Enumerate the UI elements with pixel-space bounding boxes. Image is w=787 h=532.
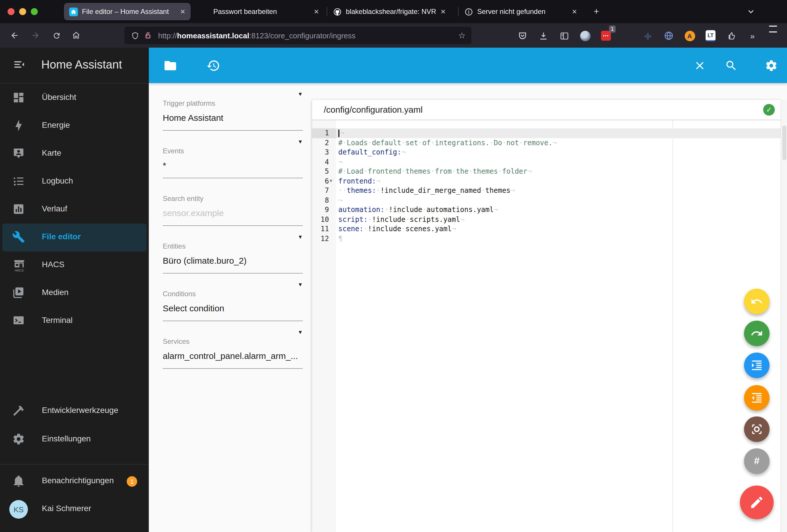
code-line-12[interactable]: 12¶ [312, 234, 781, 243]
password-manager-badge: 1 [609, 26, 616, 32]
tab-close-icon[interactable]: ✕ [314, 8, 319, 15]
dropdown-caret-icon[interactable]: ▼ [298, 91, 303, 97]
field-select[interactable]: Select condition [163, 303, 303, 315]
field-select[interactable]: * [163, 160, 303, 172]
field-input[interactable]: sensor.example [163, 208, 303, 220]
history-icon[interactable] [206, 58, 221, 73]
cog-icon [12, 433, 25, 445]
home-button[interactable] [69, 28, 84, 43]
app-menu-icon[interactable] [766, 28, 781, 43]
sidebar-item-energie[interactable]: Energie [0, 112, 149, 140]
list-all-tabs-button[interactable] [744, 5, 758, 19]
browse-files-icon[interactable] [163, 58, 178, 73]
code-line-8[interactable]: 8¬ [312, 195, 781, 205]
sidebar-item-label: Übersicht [42, 92, 76, 102]
like-addon-icon[interactable] [724, 28, 739, 43]
zoom-window-button[interactable] [31, 8, 38, 15]
sidebar-item-hacs[interactable]: HACSHACS [0, 251, 149, 279]
sidebar-divider [0, 464, 149, 465]
code-line-9[interactable]: 9automation:·!include·automations.yaml¬ [312, 205, 781, 215]
code-line-5[interactable]: 5#·Load·frontend·themes·from·the·themes·… [312, 167, 781, 176]
map-marker-account-icon [12, 147, 25, 160]
undo-button[interactable] [744, 289, 770, 314]
home-assistant-favicon [69, 7, 78, 16]
translate-icon[interactable]: A [682, 28, 697, 43]
tracking-protection-shield-icon[interactable] [131, 31, 139, 40]
goto-line-button[interactable]: # [744, 448, 770, 474]
sidebar-item-einstellungen[interactable]: Einstellungen [0, 426, 149, 453]
field-select[interactable]: Home Assistant [163, 113, 303, 124]
code-editor[interactable]: 1¬2#·Loads·default·set·of·integrations.·… [312, 120, 781, 532]
outdent-button[interactable] [744, 385, 770, 411]
info-favicon [464, 7, 473, 16]
edit-button[interactable] [740, 486, 774, 519]
password-manager-icon[interactable]: •••1 [599, 28, 613, 43]
field-select[interactable]: Büro (climate.buro_2) [163, 256, 303, 267]
tab-title: File editor – Home Assistant [82, 7, 177, 16]
dropdown-caret-icon[interactable]: ▼ [298, 139, 303, 145]
sidebar-item-terminal[interactable]: Terminal [0, 307, 149, 335]
minimize-window-button[interactable] [19, 8, 26, 15]
sidebar-item-notifications[interactable]: Benachrichtigungen1 [0, 468, 149, 495]
sidebar-item-user-profile[interactable]: KSKai Schmerer [0, 495, 149, 523]
sidebars-icon[interactable] [557, 28, 571, 43]
window-controls [7, 8, 38, 15]
insecure-connection-lock-icon[interactable] [144, 31, 152, 40]
browser-tab[interactable]: blakeblackshear/frigate: NVR wi✕ [328, 3, 451, 20]
code-line-3[interactable]: 3default_config:¬ [312, 148, 781, 157]
editor-vertical-scrollbar[interactable] [781, 100, 787, 532]
browser-tab[interactable]: Server nicht gefunden✕ [459, 3, 582, 20]
tab-close-icon[interactable]: ✕ [572, 8, 577, 15]
saved-check-icon: ✓ [763, 104, 775, 116]
close-file-icon[interactable] [692, 58, 707, 73]
sidebar-item-logbuch[interactable]: Logbuch [0, 168, 149, 196]
reload-button[interactable] [49, 28, 64, 43]
url-bar[interactable]: http://homeassistant.local:8123/core_con… [124, 27, 471, 44]
back-button[interactable] [7, 28, 22, 43]
format-list-icon [12, 175, 25, 187]
indent-button[interactable] [744, 353, 770, 378]
tab-close-icon[interactable]: ✕ [441, 8, 446, 15]
code-line-2[interactable]: 2#·Loads·default·set·of·integrations.·Do… [312, 138, 781, 148]
sidebar-toggle-icon[interactable] [13, 58, 26, 71]
download-icon[interactable] [536, 28, 550, 43]
code-line-1[interactable]: 1¬ [312, 128, 781, 138]
forward-button[interactable] [28, 28, 43, 43]
dropdown-caret-icon[interactable]: ▼ [298, 234, 303, 240]
sidebar-item-file-editor[interactable]: File editor [2, 224, 147, 251]
languagetool-icon[interactable]: LT [703, 28, 718, 43]
sidebar-item--bersicht[interactable]: Übersicht [0, 84, 149, 112]
profile-avatar[interactable] [578, 28, 592, 43]
privacy-fence-icon[interactable] [620, 28, 634, 43]
code-line-11[interactable]: 11scene:·!include·scenes.yaml¬ [312, 224, 781, 234]
dropdown-caret-icon[interactable]: ▼ [298, 329, 303, 335]
search-icon[interactable] [724, 58, 739, 73]
code-line-6[interactable]: 6▼frontend:¬ [312, 176, 781, 186]
code-fold-icon[interactable]: ▼ [329, 176, 333, 186]
code-line-4[interactable]: 4¬ [312, 157, 781, 167]
sidebar-item-karte[interactable]: Karte [0, 140, 149, 168]
bookmark-star-icon[interactable]: ☆ [458, 31, 466, 40]
sidebar-item-medien[interactable]: Medien [0, 279, 149, 307]
sidebar-item-verlauf[interactable]: Verlauf [0, 196, 149, 224]
browser-tab[interactable]: File editor – Home Assistant✕ [64, 3, 191, 20]
sidebar-item-label: Einstellungen [42, 434, 91, 443]
hacs-icon: HACS [12, 259, 26, 272]
new-tab-button[interactable]: + [589, 5, 603, 19]
redo-button[interactable] [744, 320, 770, 346]
overflow-menu-icon[interactable]: » [745, 28, 760, 43]
field-conditions: ConditionsSelect condition▼ [163, 273, 303, 321]
dropdown-caret-icon[interactable]: ▼ [298, 282, 303, 287]
close-window-button[interactable] [7, 8, 15, 15]
sidebar-item-entwicklerwerkzeuge[interactable]: Entwicklerwerkzeuge [0, 397, 149, 425]
code-line-7[interactable]: 7··themes:·!include_dir_merge_named·them… [312, 186, 781, 195]
tab-close-icon[interactable]: ✕ [180, 8, 186, 15]
code-line-10[interactable]: 10script:·!include·scripts.yaml¬ [312, 215, 781, 224]
browser-tab[interactable]: Passwort bearbeiten✕ [195, 3, 324, 20]
field-select[interactable]: alarm_control_panel.alarm_arm_... [163, 351, 303, 362]
globe-sync-icon[interactable] [661, 28, 676, 43]
pocket-icon[interactable] [515, 28, 530, 43]
disabled-addon-icon[interactable]: ✚ [640, 29, 655, 44]
settings-gear-icon[interactable] [764, 58, 779, 73]
select-all-button[interactable] [744, 416, 770, 442]
